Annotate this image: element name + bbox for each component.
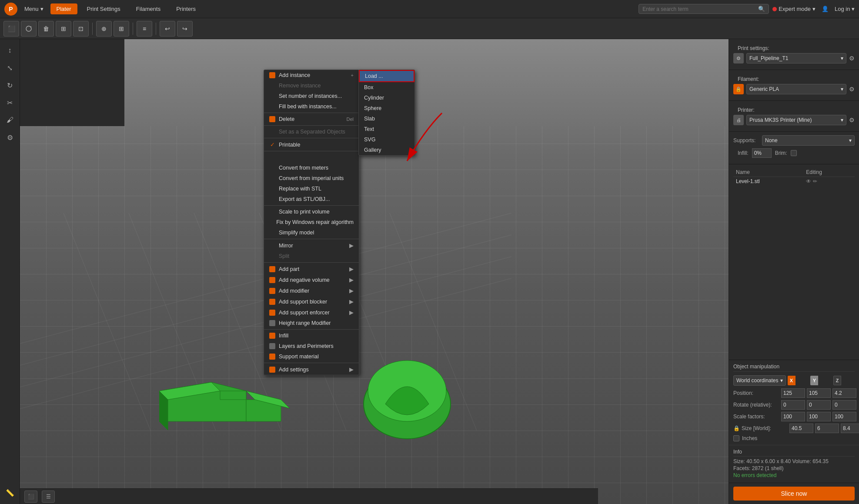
- submenu-box[interactable]: Box: [359, 82, 414, 93]
- rotate-left-tool[interactable]: ↻: [2, 77, 18, 93]
- tab-printers[interactable]: Printers: [170, 3, 202, 14]
- ctx-printable[interactable]: ✓ Printable: [264, 139, 359, 150]
- rotate-x[interactable]: 0: [781, 400, 805, 410]
- grid-tool[interactable]: ⊞: [56, 21, 71, 37]
- select-tool[interactable]: ⬛: [3, 21, 19, 37]
- print-settings-icon: ⚙: [733, 53, 744, 63]
- print-settings-gear[interactable]: ⚙: [849, 55, 855, 62]
- rotate-tool[interactable]: [21, 21, 37, 37]
- search-icon: 🔍: [758, 6, 765, 12]
- undo-tool[interactable]: ↩: [160, 21, 175, 37]
- ctx-add-support-blocker[interactable]: Add support blocker ▶: [264, 296, 359, 307]
- delete-tool[interactable]: 🗑: [38, 21, 54, 37]
- position-x[interactable]: 125: [781, 388, 805, 398]
- status-dot: [772, 7, 777, 11]
- rotate-y[interactable]: 0: [807, 400, 831, 410]
- supports-row: Supports: None ▾: [733, 135, 855, 146]
- ctx-support-icon: [269, 354, 275, 360]
- tab-print-settings[interactable]: Print Settings: [81, 3, 127, 14]
- inches-checkbox[interactable]: [733, 435, 739, 441]
- right-panel: Print settings: ⚙ Full_Pipeline_T1 ▾ ⚙ F…: [729, 39, 859, 504]
- brim-checkbox[interactable]: [791, 150, 797, 156]
- printer-gear[interactable]: ⚙: [849, 117, 855, 123]
- ctx-delete[interactable]: Delete Del: [264, 114, 359, 124]
- ctx-mirror[interactable]: Mirror ▶: [264, 240, 359, 251]
- search-input[interactable]: [642, 6, 755, 12]
- supports-select[interactable]: None ▾: [762, 135, 855, 146]
- edit-icon[interactable]: ✏: [813, 178, 817, 184]
- size-y[interactable]: 6: [815, 424, 839, 433]
- ctx-convert-meters[interactable]: Convert from meters: [264, 163, 359, 173]
- copy-tool[interactable]: ⊞: [114, 21, 129, 37]
- support-tool[interactable]: ⚙: [2, 130, 18, 145]
- filament-select[interactable]: Generic PLA ▾: [746, 84, 846, 94]
- ctx-add-neg-volume[interactable]: Add negative volume ▶: [264, 274, 359, 285]
- position-y[interactable]: 105: [807, 388, 831, 398]
- topbar-right: Expert mode ▾ 👤 Log in ▾: [772, 6, 855, 12]
- bottom-tool-1[interactable]: ⬛: [24, 491, 37, 503]
- lock-icon[interactable]: 🔒: [733, 425, 740, 431]
- align-tool[interactable]: ≡: [137, 21, 152, 37]
- submenu-gallery[interactable]: Gallery: [359, 145, 414, 155]
- print-settings-select[interactable]: Full_Pipeline_T1 ▾: [746, 53, 846, 63]
- ctx-set-separated: Set as a Separated Objects: [264, 127, 359, 137]
- scale-z[interactable]: 100: [832, 412, 856, 421]
- ctx-height-range[interactable]: Height range Modifier: [264, 318, 359, 328]
- submenu-text[interactable]: Text: [359, 124, 414, 134]
- ctx-scale-print[interactable]: Scale to print volume: [264, 207, 359, 217]
- submenu-svg[interactable]: SVG: [359, 134, 414, 145]
- move-tool[interactable]: ↕: [2, 43, 18, 58]
- ctx-reload-disk[interactable]: [264, 152, 359, 163]
- bottom-tool-2[interactable]: ☰: [42, 491, 55, 503]
- submenu-slab[interactable]: Slab: [359, 113, 414, 124]
- submenu-cylinder[interactable]: Cylinder: [359, 93, 414, 103]
- redo-tool[interactable]: ↪: [177, 21, 193, 37]
- ctx-replace-stl[interactable]: Replace with STL: [264, 184, 359, 194]
- ctx-simplify[interactable]: Simplify model: [264, 227, 359, 238]
- submenu-load[interactable]: Load ...: [359, 70, 414, 82]
- scale-y[interactable]: 100: [807, 412, 831, 421]
- size-z[interactable]: 8.4: [841, 424, 859, 433]
- position-values: 125 105 4.2 mm: [781, 388, 859, 398]
- ctx-support-material[interactable]: Support material: [264, 351, 359, 362]
- ctx-add-modifier[interactable]: Add modifier ▶: [264, 285, 359, 296]
- add-tool[interactable]: ⊕: [96, 21, 112, 37]
- login-button[interactable]: Log in ▾: [835, 6, 855, 12]
- scale-tool[interactable]: ⤡: [2, 60, 18, 76]
- ctx-add-settings[interactable]: Add settings ▶: [264, 364, 359, 375]
- position-z[interactable]: 4.2: [832, 388, 856, 398]
- ctx-icon: [269, 72, 275, 78]
- tab-filaments[interactable]: Filaments: [130, 3, 167, 14]
- ctx-fix-windows[interactable]: Fix by Windows repair algorithm: [264, 217, 359, 227]
- eye-icon[interactable]: 👁: [806, 178, 811, 184]
- ctx-add-part[interactable]: Add part ▶: [264, 264, 359, 274]
- object-manipulation: Object manipulation World coordinates ▾ …: [729, 360, 859, 445]
- slice-button[interactable]: Slice now: [733, 487, 855, 501]
- layers-tool[interactable]: ⊡: [73, 21, 89, 37]
- coord-system-select[interactable]: World coordinates ▾: [733, 375, 786, 386]
- ctx-fill-bed[interactable]: Fill bed with instances...: [264, 101, 359, 112]
- infill-value[interactable]: 0%: [752, 148, 772, 158]
- printer-select[interactable]: Prusa MK3S Printer (Mine) ▾: [746, 115, 846, 125]
- ctx-add-support-enforcer[interactable]: Add support enforcer ▶: [264, 307, 359, 318]
- menu-button[interactable]: Menu ▾: [21, 4, 47, 14]
- ctx-add-instance[interactable]: Add instance +: [264, 70, 359, 80]
- ctx-export-stl[interactable]: Export as STL/OBJ...: [264, 194, 359, 204]
- expert-mode[interactable]: Expert mode ▾: [772, 6, 816, 12]
- ctx-layers-perimeters[interactable]: Layers and Perimeters: [264, 341, 359, 351]
- paint-tool[interactable]: 🖌: [2, 112, 18, 128]
- viewport[interactable]: Add instance + Remove instance Set numbe…: [20, 39, 729, 504]
- ctx-set-number[interactable]: Set number of instances...: [264, 91, 359, 101]
- submenu-sphere[interactable]: Sphere: [359, 103, 414, 113]
- measure-tool[interactable]: 📏: [2, 485, 18, 501]
- size-x[interactable]: 40.5: [789, 424, 813, 433]
- filament-gear[interactable]: ⚙: [849, 86, 855, 93]
- scale-x[interactable]: 100: [781, 412, 805, 421]
- rotate-z[interactable]: 0: [832, 400, 856, 410]
- tab-plater[interactable]: Plater: [50, 3, 77, 14]
- inches-row: Inches: [733, 435, 855, 441]
- cut-tool[interactable]: ✂: [2, 95, 18, 110]
- object-row[interactable]: Level-1.stl 👁 ✏: [733, 177, 855, 186]
- ctx-infill[interactable]: Infill: [264, 330, 359, 341]
- ctx-convert-imperial[interactable]: Convert from imperial units: [264, 173, 359, 184]
